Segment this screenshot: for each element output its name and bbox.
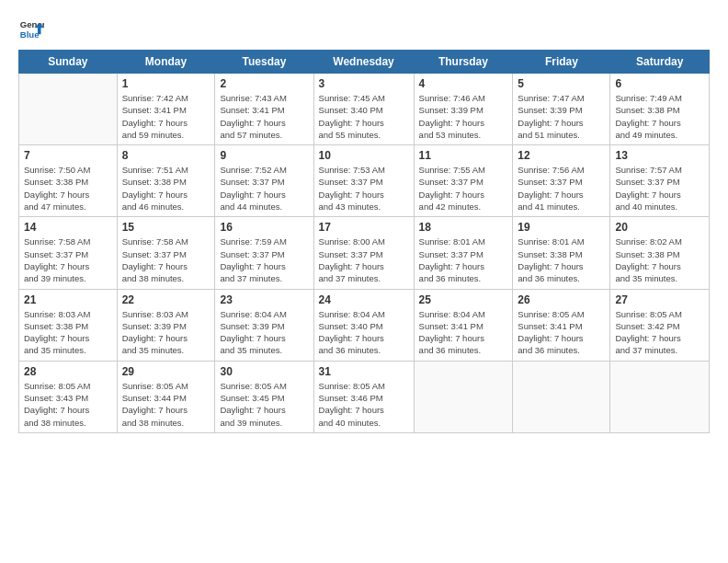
day-number: 4	[419, 77, 508, 90]
day-number: 26	[518, 293, 605, 306]
calendar-cell: 27Sunrise: 8:05 AM Sunset: 3:42 PM Dayli…	[610, 289, 710, 361]
day-number: 2	[220, 77, 308, 90]
calendar-cell: 25Sunrise: 8:04 AM Sunset: 3:41 PM Dayli…	[414, 289, 513, 361]
calendar-cell	[610, 361, 710, 432]
calendar-cell: 13Sunrise: 7:57 AM Sunset: 3:37 PM Dayli…	[610, 145, 710, 217]
day-info: Sunrise: 7:57 AM Sunset: 3:37 PM Dayligh…	[615, 164, 704, 213]
calendar-cell: 30Sunrise: 8:05 AM Sunset: 3:45 PM Dayli…	[215, 361, 313, 432]
day-info: Sunrise: 8:02 AM Sunset: 3:38 PM Dayligh…	[615, 236, 704, 284]
day-info: Sunrise: 8:05 AM Sunset: 3:42 PM Dayligh…	[615, 308, 704, 357]
day-info: Sunrise: 7:49 AM Sunset: 3:38 PM Dayligh…	[615, 92, 704, 141]
logo-icon: General Blue	[18, 17, 44, 42]
day-number: 7	[24, 149, 112, 162]
calendar-cell: 22Sunrise: 8:03 AM Sunset: 3:39 PM Dayli…	[117, 289, 215, 361]
svg-text:Blue: Blue	[20, 29, 40, 40]
day-number: 13	[615, 149, 704, 162]
header-cell-thursday: Thursday	[414, 51, 513, 74]
day-info: Sunrise: 8:03 AM Sunset: 3:39 PM Dayligh…	[122, 308, 210, 357]
header-row: SundayMondayTuesdayWednesdayThursdayFrid…	[19, 51, 710, 74]
logo: General Blue	[18, 17, 44, 42]
calendar-cell: 26Sunrise: 8:05 AM Sunset: 3:41 PM Dayli…	[513, 289, 610, 361]
calendar-cell	[19, 74, 118, 145]
day-number: 9	[220, 149, 308, 162]
day-info: Sunrise: 7:42 AM Sunset: 3:41 PM Dayligh…	[122, 92, 210, 141]
day-info: Sunrise: 7:52 AM Sunset: 3:37 PM Dayligh…	[220, 164, 308, 213]
day-info: Sunrise: 7:56 AM Sunset: 3:37 PM Dayligh…	[518, 164, 605, 213]
calendar-cell: 15Sunrise: 7:58 AM Sunset: 3:37 PM Dayli…	[117, 217, 215, 289]
calendar-cell: 18Sunrise: 8:01 AM Sunset: 3:37 PM Dayli…	[414, 217, 513, 289]
day-info: Sunrise: 7:58 AM Sunset: 3:37 PM Dayligh…	[24, 236, 112, 284]
calendar-cell: 2Sunrise: 7:43 AM Sunset: 3:41 PM Daylig…	[215, 74, 313, 145]
calendar-cell: 29Sunrise: 8:05 AM Sunset: 3:44 PM Dayli…	[117, 361, 215, 432]
header-cell-tuesday: Tuesday	[215, 51, 313, 74]
day-number: 15	[122, 221, 210, 234]
day-info: Sunrise: 7:46 AM Sunset: 3:39 PM Dayligh…	[419, 92, 508, 141]
day-number: 22	[122, 293, 210, 306]
calendar-cell: 9Sunrise: 7:52 AM Sunset: 3:37 PM Daylig…	[215, 145, 313, 217]
day-info: Sunrise: 7:59 AM Sunset: 3:37 PM Dayligh…	[220, 236, 308, 284]
day-info: Sunrise: 8:03 AM Sunset: 3:38 PM Dayligh…	[24, 308, 112, 357]
calendar-cell: 14Sunrise: 7:58 AM Sunset: 3:37 PM Dayli…	[19, 217, 118, 289]
day-info: Sunrise: 7:58 AM Sunset: 3:37 PM Dayligh…	[122, 236, 210, 284]
day-info: Sunrise: 8:05 AM Sunset: 3:46 PM Dayligh…	[319, 380, 409, 429]
day-info: Sunrise: 8:05 AM Sunset: 3:41 PM Dayligh…	[518, 308, 605, 357]
header-cell-sunday: Sunday	[19, 51, 118, 74]
calendar-cell: 5Sunrise: 7:47 AM Sunset: 3:39 PM Daylig…	[513, 74, 610, 145]
calendar-cell	[414, 361, 513, 432]
day-number: 23	[220, 293, 308, 306]
calendar-header: SundayMondayTuesdayWednesdayThursdayFrid…	[19, 51, 710, 74]
week-row-3: 21Sunrise: 8:03 AM Sunset: 3:38 PM Dayli…	[19, 289, 710, 361]
day-number: 16	[220, 221, 308, 234]
day-info: Sunrise: 8:04 AM Sunset: 3:41 PM Dayligh…	[419, 308, 508, 357]
calendar-cell: 10Sunrise: 7:53 AM Sunset: 3:37 PM Dayli…	[313, 145, 414, 217]
calendar-cell: 8Sunrise: 7:51 AM Sunset: 3:38 PM Daylig…	[117, 145, 215, 217]
day-number: 30	[220, 365, 308, 378]
day-number: 5	[518, 77, 605, 90]
calendar-cell: 21Sunrise: 8:03 AM Sunset: 3:38 PM Dayli…	[19, 289, 118, 361]
day-number: 6	[615, 77, 704, 90]
day-info: Sunrise: 7:51 AM Sunset: 3:38 PM Dayligh…	[122, 164, 210, 213]
day-number: 1	[122, 77, 210, 90]
day-info: Sunrise: 7:53 AM Sunset: 3:37 PM Dayligh…	[319, 164, 409, 213]
calendar-cell: 24Sunrise: 8:04 AM Sunset: 3:40 PM Dayli…	[313, 289, 414, 361]
calendar-table: SundayMondayTuesdayWednesdayThursdayFrid…	[18, 50, 710, 433]
day-number: 28	[24, 365, 112, 378]
day-info: Sunrise: 8:05 AM Sunset: 3:43 PM Dayligh…	[24, 380, 112, 429]
day-number: 12	[518, 149, 605, 162]
day-number: 18	[419, 221, 508, 234]
day-info: Sunrise: 7:50 AM Sunset: 3:38 PM Dayligh…	[24, 164, 112, 213]
calendar-cell: 3Sunrise: 7:45 AM Sunset: 3:40 PM Daylig…	[313, 74, 414, 145]
day-info: Sunrise: 8:05 AM Sunset: 3:45 PM Dayligh…	[220, 380, 308, 429]
day-info: Sunrise: 7:47 AM Sunset: 3:39 PM Dayligh…	[518, 92, 605, 141]
calendar-cell: 20Sunrise: 8:02 AM Sunset: 3:38 PM Dayli…	[610, 217, 710, 289]
day-number: 21	[24, 293, 112, 306]
day-info: Sunrise: 8:04 AM Sunset: 3:40 PM Dayligh…	[319, 308, 409, 357]
week-row-0: 1Sunrise: 7:42 AM Sunset: 3:41 PM Daylig…	[19, 74, 710, 145]
header-cell-wednesday: Wednesday	[313, 51, 414, 74]
day-info: Sunrise: 8:00 AM Sunset: 3:37 PM Dayligh…	[319, 236, 409, 284]
week-row-1: 7Sunrise: 7:50 AM Sunset: 3:38 PM Daylig…	[19, 145, 710, 217]
page: General Blue SundayMondayTuesdayWednesda…	[0, 0, 728, 563]
day-info: Sunrise: 7:55 AM Sunset: 3:37 PM Dayligh…	[419, 164, 508, 213]
day-info: Sunrise: 8:01 AM Sunset: 3:37 PM Dayligh…	[419, 236, 508, 284]
day-number: 8	[122, 149, 210, 162]
day-info: Sunrise: 8:01 AM Sunset: 3:38 PM Dayligh…	[518, 236, 605, 284]
day-number: 25	[419, 293, 508, 306]
calendar-cell: 28Sunrise: 8:05 AM Sunset: 3:43 PM Dayli…	[19, 361, 118, 432]
calendar-cell: 11Sunrise: 7:55 AM Sunset: 3:37 PM Dayli…	[414, 145, 513, 217]
calendar-cell	[513, 361, 610, 432]
day-number: 19	[518, 221, 605, 234]
day-info: Sunrise: 7:43 AM Sunset: 3:41 PM Dayligh…	[220, 92, 308, 141]
calendar-cell: 23Sunrise: 8:04 AM Sunset: 3:39 PM Dayli…	[215, 289, 313, 361]
week-row-2: 14Sunrise: 7:58 AM Sunset: 3:37 PM Dayli…	[19, 217, 710, 289]
day-info: Sunrise: 8:04 AM Sunset: 3:39 PM Dayligh…	[220, 308, 308, 357]
header-cell-friday: Friday	[513, 51, 610, 74]
calendar-cell: 19Sunrise: 8:01 AM Sunset: 3:38 PM Dayli…	[513, 217, 610, 289]
day-number: 24	[319, 293, 409, 306]
day-number: 11	[419, 149, 508, 162]
calendar-cell: 7Sunrise: 7:50 AM Sunset: 3:38 PM Daylig…	[19, 145, 118, 217]
calendar-cell: 1Sunrise: 7:42 AM Sunset: 3:41 PM Daylig…	[117, 74, 215, 145]
day-info: Sunrise: 7:45 AM Sunset: 3:40 PM Dayligh…	[319, 92, 409, 141]
calendar-cell: 12Sunrise: 7:56 AM Sunset: 3:37 PM Dayli…	[513, 145, 610, 217]
day-number: 17	[319, 221, 409, 234]
